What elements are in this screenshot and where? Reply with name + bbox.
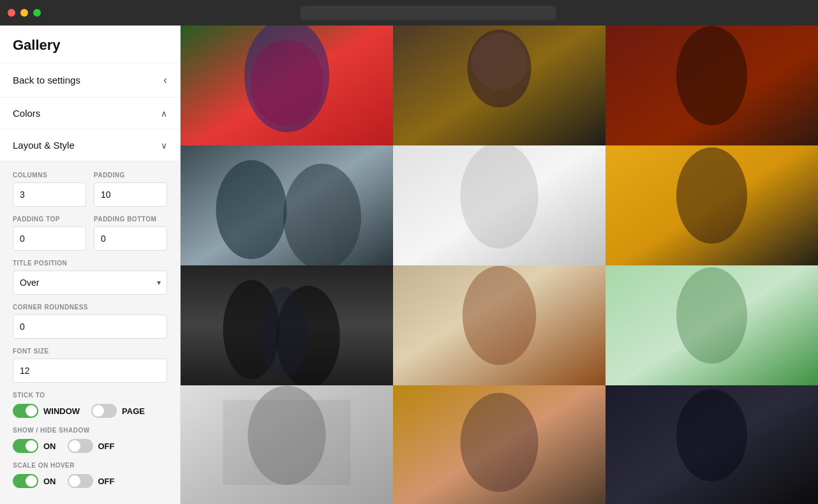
corner-roundness-input[interactable] — [13, 315, 167, 339]
svg-rect-3 — [251, 40, 322, 125]
gallery-cell — [606, 265, 818, 385]
scale-off-option: OFF — [68, 474, 115, 488]
app-container: Gallery Back to settings ‹ Colors ∧ Layo… — [0, 26, 818, 504]
stick-to-page-label: PAGE — [122, 406, 145, 416]
shadow-label: SHOW / HIDE SHADOW — [13, 427, 167, 434]
shadow-row: SHOW / HIDE SHADOW ON OFF — [13, 427, 167, 453]
gallery-cell — [393, 265, 606, 385]
gallery-cell — [393, 26, 606, 145]
layout-chevron-icon: ∨ — [161, 140, 167, 151]
scale-options: ON OFF — [13, 474, 167, 488]
photo-1-svg — [181, 26, 393, 145]
title-position-label: TITLE POSITION — [13, 260, 167, 267]
padding-bottom-group: PADDING BOTTOM — [94, 216, 167, 251]
font-size-input[interactable] — [13, 359, 167, 383]
padding-top-input[interactable] — [13, 226, 86, 251]
padding-top-label: PADDING TOP — [13, 216, 86, 223]
stick-to-page-toggle[interactable] — [91, 404, 117, 418]
gallery-cell — [606, 385, 818, 504]
title-position-select[interactable]: Over Below None — [13, 271, 167, 295]
svg-point-8 — [676, 26, 747, 125]
columns-input[interactable] — [13, 182, 86, 207]
stick-to-label: STICK TO — [13, 392, 167, 399]
scale-label: SCALE ON HOVER — [13, 462, 167, 469]
address-bar — [301, 6, 556, 20]
svg-point-19 — [258, 287, 308, 379]
toggle-knob-shadow-on — [26, 440, 37, 452]
scale-off-label: OFF — [98, 477, 115, 486]
svg-point-13 — [460, 145, 538, 249]
gallery-area — [181, 26, 818, 504]
columns-padding-row: COLUMNS PADDING — [13, 172, 167, 207]
gallery-cell — [181, 145, 393, 265]
photo-10-svg — [181, 385, 393, 504]
svg-point-21 — [463, 266, 536, 365]
padding-top-bottom-row: PADDING TOP PADDING BOTTOM — [13, 216, 167, 251]
svg-point-11 — [283, 164, 361, 265]
scale-on-label: ON — [43, 477, 56, 486]
shadow-on-label: ON — [43, 441, 56, 451]
minimize-dot[interactable] — [20, 9, 28, 17]
colors-section: Colors ∧ — [0, 98, 180, 130]
photo-7-svg — [181, 265, 393, 385]
photo-12-svg — [606, 385, 818, 504]
font-size-group: FONT SIZE — [13, 348, 167, 383]
photo-11-svg — [393, 385, 606, 504]
svg-rect-26 — [223, 400, 351, 485]
back-chevron-icon: ‹ — [163, 73, 167, 87]
sidebar-title: Gallery — [0, 26, 180, 63]
gallery-cell — [181, 385, 393, 504]
svg-point-15 — [676, 147, 747, 244]
colors-section-header[interactable]: Colors ∧ — [0, 98, 180, 129]
shadow-off-toggle[interactable] — [68, 439, 93, 453]
colors-label: Colors — [13, 108, 40, 119]
settings-controls: COLUMNS PADDING PADDING TOP PADDING BOTT… — [0, 161, 180, 504]
stick-to-page-option: PAGE — [91, 404, 145, 418]
photo-4-svg — [181, 145, 393, 265]
scale-on-toggle[interactable] — [13, 474, 38, 488]
corner-roundness-group: CORNER ROUNDNESS — [13, 304, 167, 339]
scale-off-toggle[interactable] — [68, 474, 93, 488]
padding-input[interactable] — [94, 182, 167, 207]
close-dot[interactable] — [8, 9, 15, 17]
scale-row: SCALE ON HOVER ON OFF — [13, 462, 167, 488]
title-position-group: TITLE POSITION Over Below None ▾ — [13, 260, 167, 295]
stick-to-window-option: WINDOW — [13, 404, 80, 418]
svg-point-30 — [676, 389, 747, 481]
layout-section-header[interactable]: Layout & Style ∨ — [0, 130, 180, 161]
padding-bottom-label: PADDING BOTTOM — [94, 216, 167, 223]
back-to-settings-button[interactable]: Back to settings ‹ — [0, 63, 180, 98]
padding-bottom-input[interactable] — [94, 226, 167, 251]
sidebar: Gallery Back to settings ‹ Colors ∧ Layo… — [0, 26, 181, 504]
shadow-on-option: ON — [13, 439, 56, 453]
back-to-settings-label: Back to settings — [13, 75, 80, 85]
padding-top-group: PADDING TOP — [13, 216, 86, 251]
corner-roundness-label: CORNER ROUNDNESS — [13, 304, 167, 311]
gallery-cell — [393, 385, 606, 504]
shadow-options: ON OFF — [13, 439, 167, 453]
titlebar — [0, 0, 818, 26]
toggle-knob-scale-off — [69, 475, 80, 487]
gallery-cell — [181, 265, 393, 385]
padding-label: PADDING — [94, 172, 167, 179]
photo-9-svg — [606, 265, 818, 385]
toggle-knob-scale-on — [26, 475, 37, 487]
photo-3-svg — [606, 26, 818, 145]
photo-6-svg — [606, 145, 818, 265]
scale-on-option: ON — [13, 474, 56, 488]
photo-2-svg — [393, 26, 606, 145]
layout-section: Layout & Style ∨ — [0, 130, 180, 161]
shadow-on-toggle[interactable] — [13, 439, 38, 453]
toggle-knob-page — [93, 405, 104, 417]
title-position-wrapper: Over Below None ▾ — [13, 271, 167, 295]
photo-8-svg — [393, 265, 606, 385]
stick-to-window-label: WINDOW — [43, 406, 80, 416]
gallery-cell — [181, 26, 393, 145]
gallery-cell — [393, 145, 606, 265]
svg-point-28 — [460, 393, 538, 492]
padding-group: PADDING — [94, 172, 167, 207]
stick-to-window-toggle[interactable] — [13, 404, 38, 418]
maximize-dot[interactable] — [33, 9, 41, 17]
toggle-knob-shadow-off — [69, 440, 80, 452]
colors-chevron-icon: ∧ — [161, 108, 167, 119]
